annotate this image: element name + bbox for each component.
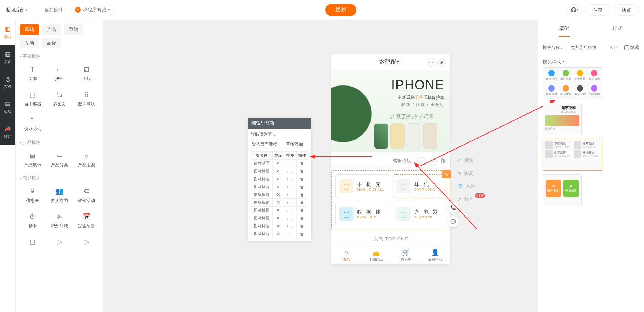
add-direct-button[interactable]: 直接添加 xyxy=(281,140,308,149)
rail-item-page[interactable]: ▦页面 xyxy=(0,45,15,70)
module-icon: ¥ xyxy=(27,187,38,196)
module-block[interactable]: ▭按钮 xyxy=(47,63,73,84)
nav-item-row[interactable]: 图标标题✓↑ ↓🗑 xyxy=(251,175,308,183)
style-option-list[interactable]: 农家蔬菜新鲜中午生鲜家禽蛋品绿色酿造店山野真蘑掌上山珍美食粮油谷物超高人气好物 xyxy=(543,139,603,171)
share-button[interactable]: ↗分享NEW xyxy=(457,196,486,202)
module-icon: ⌕ xyxy=(81,151,92,160)
module-block[interactable]: ◈积分商城 xyxy=(47,210,73,231)
module-icon: ◈ xyxy=(54,212,65,221)
undo-button[interactable]: ↶撤销 xyxy=(457,157,486,164)
module-sidebar: 基础产品营销互动高级 ▾基础模块T文本▭按钮🖼图片⬚自由容器🗂多图文⠿魔方导航🗒… xyxy=(16,20,104,312)
design-selector[interactable]: ෆ 小程序商城 ▾ xyxy=(70,5,115,15)
module-block[interactable]: ▢ xyxy=(20,235,46,250)
nav-item-row[interactable]: 卸妆洁面✓↓🗑 xyxy=(251,160,308,167)
nav-card[interactable]: ▢数 据 线DATA LINE xyxy=(335,202,389,226)
module-icon: ⠿ xyxy=(81,90,92,99)
nav-item-row[interactable]: 图标标题✕↑ ↓🗑 xyxy=(251,222,308,230)
phone-menu-icon[interactable]: ⋯ xyxy=(427,58,435,67)
nav-item-row[interactable]: 图标标题✕↑ ↓🗑 xyxy=(251,207,308,214)
rail-item-module[interactable]: ◧模块 xyxy=(0,20,15,45)
edit-module-link[interactable]: 编辑模块 xyxy=(393,158,411,164)
phone-target-icon[interactable]: ◉ xyxy=(437,58,446,67)
nav-item-row[interactable]: 图标标题✕↑ ↓🗑 xyxy=(251,199,308,207)
promote-icon: 📣 xyxy=(4,125,11,132)
tabbar-item[interactable]: 👤会员中心 xyxy=(421,246,451,264)
module-icon: ▦ xyxy=(27,151,38,160)
hide-checkbox[interactable]: 隐藏 xyxy=(624,45,639,51)
tabbar-icon: 🛒 xyxy=(402,249,410,256)
nav-item-row[interactable]: 图标标题✓↑ ↓🗑 xyxy=(251,183,308,191)
wechat-icon[interactable]: 💬 xyxy=(447,216,459,227)
module-block[interactable]: 🗂多图文 xyxy=(47,88,73,109)
module-block[interactable]: ≔产品分类 xyxy=(47,149,73,170)
trash-icon[interactable]: 🗑 xyxy=(440,158,446,164)
module-block[interactable]: 🖼图片 xyxy=(74,63,99,84)
nav-item-row[interactable]: 图标标题✕↑ ↓🗑 xyxy=(251,214,308,222)
style-option-icons-grid[interactable]: 超市便利新鲜果蔬美食烘焙鲜花植物 服装服饰食品饮料美妆个护手机数码 xyxy=(543,67,603,99)
sidebar-section-title: ▾基础模块 xyxy=(20,53,99,59)
tab-style[interactable]: 样式 xyxy=(591,20,644,37)
module-icon: T xyxy=(27,65,38,74)
chevron-down-icon: ▾ xyxy=(108,8,110,12)
sidebar-tab[interactable]: 基础 xyxy=(20,24,39,35)
style-option-market[interactable]: 超市便利 精选时令鲜果 美食烘焙 xyxy=(543,103,582,135)
headset-icon: 🎧 xyxy=(571,7,576,12)
tabbar-icon: 👝 xyxy=(372,249,380,256)
module-block[interactable]: 📅定金预售 xyxy=(74,210,99,231)
tab-basic[interactable]: 基础 xyxy=(538,20,591,37)
module-icon: 📅 xyxy=(81,212,92,221)
tabbar-item[interactable]: 🛒购物车 xyxy=(391,246,421,264)
authorize-button[interactable]: 授 权 xyxy=(325,4,357,16)
style-button[interactable]: 👕风格 xyxy=(457,183,486,189)
module-edit-bar: 编辑模块 ⌃ ⌄ 🗑 xyxy=(331,155,450,167)
sidebar-tab[interactable]: 互动 xyxy=(20,38,39,48)
top-one-title: — 人气 TOP ONE — xyxy=(331,236,450,242)
left-rail: ◧模块▦页面◎控件▤模板📣推广 xyxy=(0,20,16,312)
module-block[interactable]: ⌕产品搜索 xyxy=(74,149,99,170)
nav-item-row[interactable]: 图标标题✕↑ ↓🗑 xyxy=(251,191,308,199)
module-icon: 🖼 xyxy=(81,65,92,74)
magic-nav-module[interactable]: ✎ ▢手 机 壳MOBILE SHELL▢耳 机EARPHONE▢数 据 线DA… xyxy=(331,170,450,230)
module-block[interactable]: 👥多人拼团 xyxy=(47,185,73,206)
module-block[interactable]: ⠿魔方导航 xyxy=(74,88,99,109)
save-button[interactable]: 保存 xyxy=(586,4,610,16)
rail-item-template[interactable]: ▤模板 xyxy=(0,95,15,120)
sidebar-tab[interactable]: 产品 xyxy=(42,24,61,35)
module-name-input[interactable]: 魔方导航模块 6/10 xyxy=(568,42,621,53)
module-icon: ≔ xyxy=(54,151,65,160)
module-block[interactable]: ¥优惠券 xyxy=(20,185,46,206)
tabbar-item[interactable]: ⌂首页 xyxy=(331,246,361,264)
current-design-label: 当前设计： xyxy=(44,7,68,13)
nav-card[interactable]: ▢手 机 壳MOBILE SHELL xyxy=(335,174,389,198)
module-block[interactable]: 🏷砍价活动 xyxy=(74,185,99,206)
module-block[interactable]: T文本 xyxy=(20,63,46,84)
module-block[interactable]: ⏱秒杀 xyxy=(20,210,46,231)
module-block[interactable]: ▷ xyxy=(74,235,99,250)
nav-item-row[interactable]: 图标标题✕↑🗑 xyxy=(251,230,308,238)
move-down-icon[interactable]: ⌄ xyxy=(429,157,437,165)
module-block[interactable]: ▷ xyxy=(47,235,73,250)
back-button[interactable]: 返回后台▾ xyxy=(6,7,27,13)
support-icon-button[interactable]: 🎧▾ xyxy=(567,4,581,16)
import-page-data-button[interactable]: 导入页面数据 xyxy=(251,140,278,149)
sidebar-tab[interactable]: 营销 xyxy=(64,24,83,35)
nav-card[interactable]: ▢耳 机EARPHONE xyxy=(393,174,446,198)
preview-button[interactable]: 预览 xyxy=(614,4,638,16)
module-block[interactable]: ⬚自由容器 xyxy=(20,88,46,109)
rail-item-promote[interactable]: 📣推广 xyxy=(0,120,15,145)
redo-button[interactable]: ↷恢复 xyxy=(457,170,486,177)
nav-card[interactable]: ▢充 电 器CHARGER xyxy=(393,202,446,226)
module-block[interactable]: 🗒滚动公告 xyxy=(20,114,46,135)
rail-item-control[interactable]: ◎控件 xyxy=(0,70,15,95)
nav-items-table: 项名称 显示 排序 操作 卸妆洁面✓↓🗑图标标题✓↑ ↓🗑图标标题✓↑ ↓🗑图标… xyxy=(251,151,308,238)
module-block[interactable]: ▦产品展示 xyxy=(20,149,46,170)
nav-item-row[interactable]: 图标标题✓↑ ↓🗑 xyxy=(251,167,308,175)
banner-module[interactable]: IPHONE 全新系列手绘手机保护套 轻薄 / 防摔 / 全包边 做 有态度 的… xyxy=(331,71,450,152)
style-option-blocks[interactable]: ▦图片 接口▦绿色蔬菜 xyxy=(543,174,582,206)
shirt-icon: 👕 xyxy=(457,184,463,189)
edit-pencil-icon[interactable]: ✎ xyxy=(442,170,451,178)
phone-call-icon[interactable]: 📞 xyxy=(447,202,459,213)
tabbar-item[interactable]: 👝全部商品 xyxy=(361,246,391,264)
sidebar-tab[interactable]: 高级 xyxy=(42,38,61,48)
move-up-icon[interactable]: ⌃ xyxy=(417,157,425,165)
